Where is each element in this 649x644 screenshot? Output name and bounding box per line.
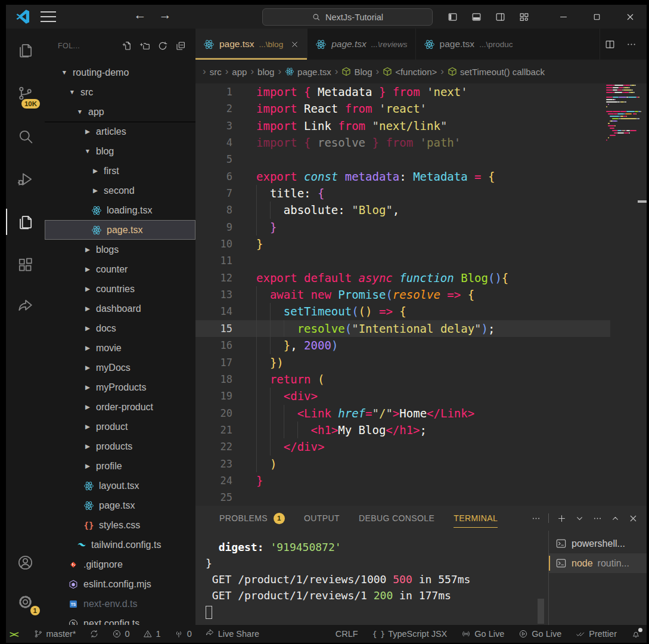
status-forwarded-ports[interactable]: 0 [174, 629, 192, 639]
tree-item-order-product[interactable]: ▶order-product [45, 397, 195, 417]
activity-account[interactable] [6, 543, 45, 582]
tree-item-.gitignore[interactable]: .gitignore [45, 555, 195, 574]
customize-layout-icon[interactable] [512, 5, 536, 29]
tree-item-products[interactable]: ▶products [45, 436, 195, 456]
close-panel-icon[interactable] [624, 509, 642, 527]
maximize-button-icon[interactable] [580, 5, 613, 29]
minimap[interactable] [606, 85, 642, 144]
status-live-share-status[interactable]: Live Share [205, 629, 259, 639]
tree-item-docs[interactable]: ▶docs [45, 318, 195, 338]
tree-item-myDocs[interactable]: ▶myDocs [45, 358, 195, 377]
terminal-instance-powershell[interactable]: powershell... [549, 534, 647, 553]
activity-explorer[interactable] [6, 29, 45, 72]
tree-item-second[interactable]: ▶second [45, 181, 195, 200]
tree-item-page.tsx[interactable]: page.tsx [45, 496, 195, 515]
collapse-folders-icon[interactable] [172, 38, 190, 54]
tree-item-movie[interactable]: ▶movie [45, 338, 195, 358]
maximize-panel-icon[interactable] [606, 509, 624, 527]
status-go-live[interactable]: Go Live [461, 629, 504, 639]
activity-settings[interactable]: 1 [6, 582, 45, 621]
tree-item-next-env.d.ts[interactable]: TSnext-env.d.ts [45, 594, 195, 614]
terminal-dropdown-icon[interactable] [570, 509, 588, 527]
status-sync-changes[interactable] [89, 629, 99, 639]
more-editor-actions-icon[interactable] [622, 35, 641, 54]
terminal-output[interactable]: digest: '919450872'} GET /product/1/revi… [195, 531, 548, 625]
panel-tab-output[interactable]: OUTPUT [304, 506, 340, 531]
tree-item-product[interactable]: ▶product [45, 417, 195, 436]
tree-item-tailwind.config.ts[interactable]: tailwind.config.ts [45, 535, 195, 555]
breadcrumb-function[interactable]: <function> [383, 67, 437, 77]
new-folder-icon[interactable] [136, 38, 154, 54]
forward-icon[interactable]: → [157, 8, 173, 22]
toggle-secondary-sidebar-icon[interactable] [488, 5, 512, 29]
breadcrumb-blog[interactable]: blog [257, 67, 274, 77]
tree-item-articles[interactable]: ▶articles [45, 122, 195, 141]
tree-item-first[interactable]: ▶first [45, 161, 195, 181]
breadcrumb-setTimeoutcallback[interactable]: setTimeout() callback [448, 67, 545, 77]
tree-item-app[interactable]: ▼app [45, 102, 195, 122]
activity-file-explorer[interactable] [6, 200, 45, 243]
breadcrumb-app[interactable]: app [232, 67, 247, 77]
status-eol-selector[interactable]: CRLF [336, 629, 358, 639]
breadcrumb-page.tsx[interactable]: page.tsx [285, 67, 331, 77]
back-icon[interactable]: ← [132, 8, 148, 22]
panel-tab-debug-console[interactable]: DEBUG CONSOLE [359, 506, 434, 531]
tree-item-dashboard[interactable]: ▶dashboard [45, 299, 195, 318]
status-remote-indicator[interactable]: >< [10, 629, 18, 639]
tree-item-counter[interactable]: ▶counter [45, 259, 195, 279]
terminal-more-actions-icon[interactable] [588, 509, 606, 527]
tree-item-routing-demo[interactable]: ▼routing-demo [45, 63, 195, 82]
tree-item-src[interactable]: ▼src [45, 82, 195, 102]
tree-item-loading.tsx[interactable]: loading.tsx [45, 200, 195, 220]
status-go-live-2[interactable]: Go Live [518, 629, 561, 639]
tree-item-label: layout.tsx [99, 481, 142, 491]
toggle-primary-sidebar-icon[interactable] [440, 5, 464, 29]
command-center-search[interactable]: NextJs-Tutorial [262, 8, 433, 26]
indent-guide [256, 438, 257, 455]
tree-item-eslint.config.mjs[interactable]: eslint.config.mjs [45, 574, 195, 594]
activity-source-control[interactable]: 10K [6, 72, 45, 114]
tree-item-countries[interactable]: ▶countries [45, 279, 195, 299]
breadcrumb-src[interactable]: src [210, 67, 222, 77]
scrollbar-marker[interactable] [638, 200, 647, 203]
code-line-25: 25 [195, 489, 647, 506]
close-tab-icon[interactable] [290, 40, 299, 49]
split-editor-icon[interactable] [600, 35, 619, 54]
activity-extensions[interactable] [6, 243, 45, 286]
tree-item-page.tsx[interactable]: page.tsx [45, 220, 195, 240]
status-git-branch[interactable]: master* [33, 629, 76, 639]
close-window-button-icon[interactable] [613, 5, 647, 29]
tab-page.tsx-1[interactable]: page.tsx...\blog [195, 29, 308, 60]
panel-more-icon[interactable] [527, 509, 545, 527]
status-errors[interactable]: 0 [112, 629, 130, 639]
menu-icon[interactable] [41, 11, 56, 22]
tab-page.tsx-2[interactable]: page.tsx...\reviews [308, 29, 415, 60]
activity-live-share[interactable] [6, 286, 45, 329]
activity-run-debug[interactable] [6, 157, 45, 200]
tree-item-layout.tsx[interactable]: layout.tsx [45, 476, 195, 496]
toggle-panel-icon[interactable] [464, 5, 488, 29]
new-terminal-icon[interactable] [552, 509, 570, 527]
status-prettier[interactable]: Prettier [576, 629, 617, 639]
tree-item-next.config.ts[interactable]: Nnext.config.ts [45, 614, 195, 625]
indent-guide [256, 388, 257, 404]
tree-item-profile[interactable]: ▶profile [45, 456, 195, 476]
terminal-scrollbar[interactable] [538, 599, 544, 624]
tab-page.tsx-3[interactable]: page.tsx...\produc [416, 29, 600, 60]
status-notifications[interactable] [631, 629, 641, 639]
code-editor[interactable]: 1import { Metadata } from 'next'2import … [195, 83, 647, 506]
status-warnings[interactable]: 1 [143, 629, 161, 639]
tree-item-blogs[interactable]: ▶blogs [45, 240, 195, 259]
status-language-mode[interactable]: { }TypeScript JSX [372, 629, 448, 639]
panel-tab-problems[interactable]: PROBLEMS1 [219, 506, 285, 531]
tree-item-myProducts[interactable]: ▶myProducts [45, 377, 195, 397]
activity-search[interactable] [6, 114, 45, 157]
tree-item-styles.css[interactable]: {}styles.css [45, 515, 195, 535]
refresh-explorer-icon[interactable] [154, 38, 172, 54]
new-file-icon[interactable] [118, 38, 136, 54]
tree-item-blog[interactable]: ▼blog [45, 141, 195, 161]
minimize-button-icon[interactable] [546, 5, 580, 29]
breadcrumb-Blog[interactable]: Blog [341, 67, 372, 77]
panel-tab-terminal[interactable]: TERMINAL [454, 506, 498, 531]
terminal-instance-node[interactable]: node routin... [549, 553, 647, 573]
